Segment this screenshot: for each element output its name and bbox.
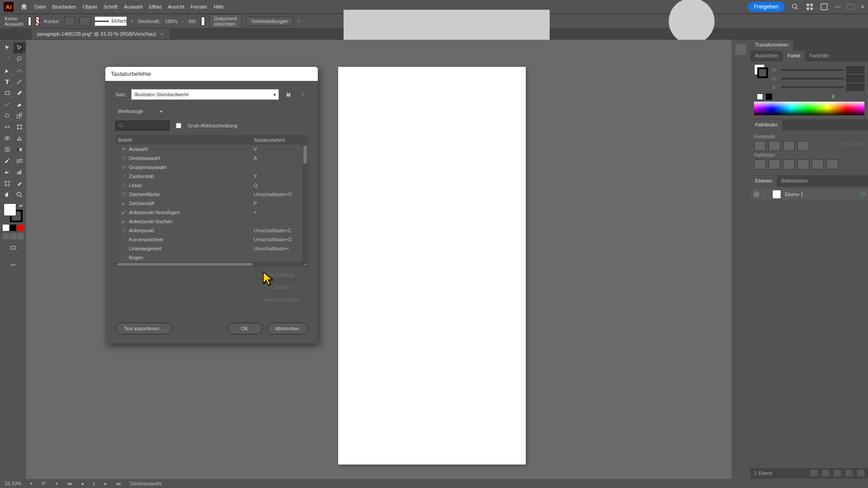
variable-width-dropdown[interactable] <box>80 17 90 26</box>
artboard-nav-last[interactable]: ⏭ <box>116 481 121 486</box>
scroll-right-icon[interactable]: ▸ <box>303 262 308 267</box>
menu-object[interactable]: Objekt <box>83 4 97 9</box>
set-dropdown[interactable]: Illustrator-Standardwerte ▾ <box>131 89 279 100</box>
style-swatch[interactable] <box>201 17 205 26</box>
table-row[interactable]: Gruppenauswahl <box>115 163 308 172</box>
shaper-tool[interactable] <box>1 99 13 110</box>
crop-button[interactable] <box>797 160 809 169</box>
minus-front-button[interactable] <box>769 141 780 151</box>
tab-color-guide[interactable]: Farbhilfe <box>805 51 834 61</box>
b-slider[interactable] <box>781 86 844 88</box>
rectangle-tool[interactable] <box>1 88 13 99</box>
tab-layers[interactable]: Ebenen <box>750 176 777 187</box>
layer-row[interactable]: › Ebene 1 <box>750 188 868 200</box>
case-checkbox[interactable] <box>176 123 181 128</box>
panel-fill-swatch[interactable] <box>754 64 765 75</box>
scale-tool[interactable] <box>14 110 25 121</box>
g-slider[interactable] <box>781 78 844 80</box>
r-slider[interactable] <box>781 69 844 71</box>
divide-button[interactable] <box>754 160 766 169</box>
save-set-button[interactable] <box>283 89 293 99</box>
table-row[interactable]: ZeichenstiftP <box>115 199 308 208</box>
align-to-icon[interactable] <box>297 18 300 25</box>
color-mode-swatches[interactable] <box>3 225 24 231</box>
delete-layer-button[interactable] <box>857 470 864 476</box>
home-icon[interactable] <box>20 3 28 11</box>
visibility-toggle[interactable] <box>753 191 760 197</box>
mesh-tool[interactable] <box>1 144 13 155</box>
table-hscrollbar[interactable]: ◂ ▸ <box>115 262 308 267</box>
selection-tool[interactable] <box>1 42 13 53</box>
document-setup-button[interactable]: Dokument einrichten <box>209 14 242 28</box>
table-row[interactable]: LassoQ <box>115 181 308 190</box>
gradient-tool[interactable] <box>14 144 25 155</box>
edit-toolbar-button[interactable]: ••• <box>7 259 19 270</box>
menu-effect[interactable]: Effekt <box>149 4 161 9</box>
symbol-sprayer-tool[interactable] <box>1 167 13 178</box>
g-value[interactable] <box>846 75 864 82</box>
artboard-nav-prev[interactable]: ◂ <box>81 481 84 487</box>
stroke-swatch[interactable] <box>36 17 39 26</box>
minus-back-button[interactable] <box>826 160 838 169</box>
preferences-button[interactable]: Voreinstellungen <box>246 17 293 26</box>
table-row[interactable]: DirektauswahlA <box>115 154 308 163</box>
stroke-weight-dropdown[interactable] <box>65 17 75 26</box>
screen-mode-tool[interactable] <box>7 243 19 253</box>
rotate-tool[interactable] <box>1 110 13 121</box>
perspective-grid-tool[interactable] <box>14 133 25 144</box>
menu-file[interactable]: Datei <box>34 4 46 9</box>
canvas-area[interactable]: Tastaturbefehle Satz: Illustrator-Standa… <box>26 40 731 479</box>
table-row[interactable]: Bogen <box>115 253 308 262</box>
exclude-button[interactable] <box>797 141 809 151</box>
b-value[interactable] <box>846 84 864 91</box>
rotation-value[interactable]: 0° <box>42 481 47 486</box>
curvature-tool[interactable] <box>14 65 25 76</box>
column-graph-tool[interactable] <box>14 167 25 178</box>
menu-edit[interactable]: Bearbeiten <box>52 4 76 9</box>
table-row[interactable]: AnkerpunktUmschalttaste+C <box>115 226 308 235</box>
width-tool[interactable] <box>1 122 13 132</box>
zoom-tool[interactable] <box>14 189 25 200</box>
zoom-level[interactable]: 33,33% <box>5 481 21 486</box>
menu-select[interactable]: Auswahl <box>124 4 143 9</box>
type-tool[interactable] <box>1 76 13 87</box>
hand-tool[interactable] <box>1 189 13 200</box>
expand-layer-icon[interactable]: › <box>763 192 769 197</box>
line-segment-tool[interactable] <box>14 76 25 87</box>
table-row[interactable]: Ankerpunkt löschen- <box>115 217 308 226</box>
tab-close-button[interactable]: × <box>160 31 163 37</box>
paintbrush-tool[interactable] <box>14 88 25 99</box>
menu-view[interactable]: Ansicht <box>168 4 184 9</box>
none-swatch[interactable] <box>757 94 763 100</box>
artboard[interactable] <box>338 67 526 465</box>
artboard-nav-next[interactable]: ▸ <box>104 481 107 487</box>
swap-fill-stroke-icon[interactable]: ⇄ <box>19 203 23 208</box>
blend-tool[interactable] <box>14 155 25 166</box>
ok-button[interactable]: OK <box>227 323 262 334</box>
direct-selection-tool[interactable] <box>14 42 25 53</box>
intersect-button[interactable] <box>783 141 795 151</box>
table-row[interactable]: Ankerpunkt hinzufügen+ <box>115 208 308 217</box>
shape-builder-tool[interactable] <box>1 133 13 144</box>
color-spectrum[interactable] <box>754 102 864 115</box>
tab-transform[interactable]: Transformieren <box>750 40 793 51</box>
screen-mode-buttons[interactable] <box>3 233 24 239</box>
artboard-tool[interactable] <box>1 178 13 189</box>
document-tab[interactable]: paragraph-1485228.png* @ 33,33 % (RGB/Vo… <box>32 29 169 39</box>
comments-icon[interactable] <box>736 44 746 55</box>
search-input[interactable] <box>115 121 170 131</box>
r-value[interactable] <box>846 66 864 74</box>
table-row[interactable]: ZeichenflächeUmschalttaste+O <box>115 190 308 199</box>
merge-button[interactable] <box>783 160 795 169</box>
eraser-tool[interactable] <box>14 99 25 110</box>
unite-button[interactable] <box>754 141 766 151</box>
create-new-layer-button[interactable] <box>845 470 853 476</box>
menu-window[interactable]: Fenster <box>190 4 207 9</box>
pen-tool[interactable] <box>1 65 13 76</box>
table-row[interactable]: LiniensegmentUmschalttaste+; <box>115 244 308 253</box>
table-row[interactable]: KurvenzeichnerUmschalttaste+Ö <box>115 235 308 244</box>
tab-pathfinder[interactable]: Pathfinder <box>750 120 782 131</box>
artboard-number[interactable]: 1 <box>93 481 95 486</box>
make-clipping-mask-button[interactable] <box>822 470 829 476</box>
category-dropdown[interactable]: Werkzeuge ▾ <box>115 106 170 116</box>
